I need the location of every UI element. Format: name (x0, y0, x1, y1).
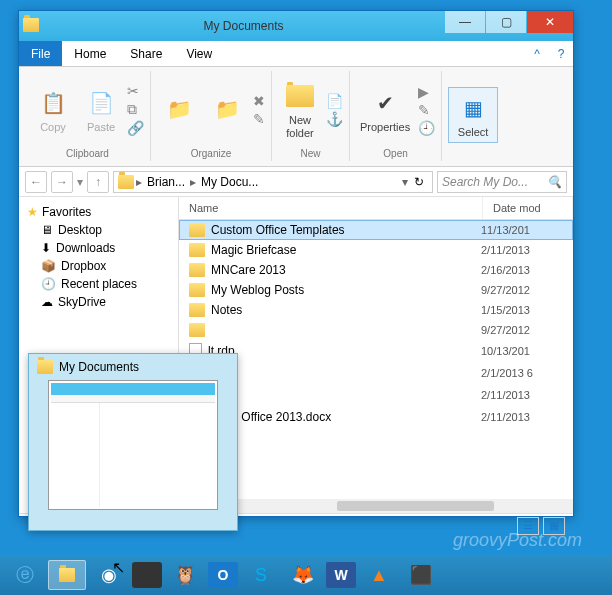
thumbnail-title: My Documents (59, 360, 139, 374)
file-name: MNCare 2013 (211, 263, 286, 277)
sidebar-item[interactable]: 🖥Desktop (19, 221, 178, 239)
cursor-icon: ↖ (112, 558, 125, 577)
group-clipboard: Clipboard (31, 148, 144, 161)
watermark: groovyPost.com (453, 530, 582, 551)
file-row[interactable]: My Weblog Posts9/27/2012 (179, 280, 573, 300)
taskbar-firefox-icon[interactable]: 🦊 (284, 560, 322, 590)
horizontal-scrollbar[interactable] (179, 499, 573, 513)
file-name: Custom Office Templates (211, 223, 345, 237)
maximize-button[interactable]: ▢ (486, 11, 526, 33)
search-icon: 🔍 (547, 175, 562, 189)
menu-home[interactable]: Home (62, 41, 118, 66)
taskbar: ⓔ ◉ 🦉 O S 🦊 W ▲ ⬛ (0, 555, 612, 595)
file-date: 11/13/201 (481, 224, 563, 236)
menubar: File Home Share View ^ ? (19, 41, 573, 67)
ribbon-collapse-button[interactable]: ^ (525, 41, 549, 66)
sidebar-item-label: Downloads (56, 241, 115, 255)
move-to-button: 📁 (157, 91, 201, 129)
group-open: Open (356, 148, 435, 161)
folder-icon (189, 303, 205, 317)
breadcrumb-dropdown-icon[interactable]: ▾ (402, 175, 408, 189)
folder-icon (189, 323, 205, 337)
breadcrumb-folder-icon (118, 175, 134, 189)
file-row[interactable]: Custom Office Templates11/13/201 (179, 220, 573, 240)
sidebar-item[interactable]: ⬇Downloads (19, 239, 178, 257)
taskbar-skype-icon[interactable]: S (242, 560, 280, 590)
column-headers: Name Date mod (179, 197, 573, 220)
open-icon[interactable]: ▶ (418, 84, 435, 100)
favorites-header[interactable]: ★ Favorites (19, 203, 178, 221)
file-date: 2/11/2013 (481, 411, 563, 423)
forward-button[interactable]: → (51, 171, 73, 193)
search-input[interactable]: Search My Do... 🔍 (437, 171, 567, 193)
breadcrumb[interactable]: ▸ Brian... ▸ My Docu... ▾ ↻ (113, 171, 433, 193)
column-date[interactable]: Date mod (483, 197, 573, 219)
history-icon[interactable]: 🕘 (418, 120, 435, 136)
select-button[interactable]: ▦ Select (448, 87, 498, 143)
refresh-button[interactable]: ↻ (410, 175, 428, 189)
breadcrumb-item[interactable]: My Docu... (198, 175, 261, 189)
file-row[interactable]: Magic Briefcase2/11/2013 (179, 240, 573, 260)
copy-path-icon[interactable]: ⧉ (127, 101, 144, 118)
sidebar-item[interactable]: 🕘Recent places (19, 275, 178, 293)
file-row[interactable]: Notes1/15/2013 (179, 300, 573, 320)
taskbar-ie-icon[interactable]: ⓔ (6, 560, 44, 590)
menu-view[interactable]: View (174, 41, 224, 66)
copy-to-button: 📁 (205, 91, 249, 129)
file-list: Name Date mod Custom Office Templates11/… (179, 197, 573, 513)
file-date: 2/16/2013 (481, 264, 563, 276)
sidebar-item[interactable]: 📦Dropbox (19, 257, 178, 275)
new-item-icon[interactable]: 📄 (326, 93, 343, 109)
thumbnail-preview (48, 380, 218, 510)
group-new: New (278, 148, 343, 161)
star-icon: ★ (27, 205, 38, 219)
taskbar-vlc-icon[interactable]: ▲ (360, 560, 398, 590)
taskbar-app-icon[interactable]: 🦉 (166, 560, 204, 590)
titlebar[interactable]: My Documents — ▢ ✕ (19, 11, 573, 41)
taskbar-thumbnail[interactable]: My Documents (28, 353, 238, 531)
sidebar-item-icon: 📦 (41, 259, 56, 273)
taskbar-app-icon[interactable] (132, 562, 162, 588)
file-row[interactable]: es for Office 2013.docx2/11/2013 (179, 406, 573, 428)
file-row[interactable]: 9/27/2012 (179, 320, 573, 340)
minimize-button[interactable]: — (445, 11, 485, 33)
properties-button[interactable]: ✔ Properties (356, 85, 414, 135)
edit-icon[interactable]: ✎ (418, 102, 435, 118)
new-folder-button[interactable]: New folder (278, 78, 322, 140)
file-date: 9/27/2012 (481, 284, 563, 296)
taskbar-outlook-icon[interactable]: O (208, 562, 238, 588)
taskbar-word-icon[interactable]: W (326, 562, 356, 588)
file-name: Notes (211, 303, 242, 317)
file-date: 2/1/2013 6 (481, 367, 563, 379)
select-icon: ▦ (457, 92, 489, 124)
taskbar-app-icon[interactable]: ⬛ (402, 560, 440, 590)
file-row[interactable]: .txt2/1/2013 6 (179, 362, 573, 384)
copy-icon: 📋 (37, 87, 69, 119)
up-button[interactable]: ↑ (87, 171, 109, 193)
recent-dropdown-icon[interactable]: ▾ (77, 175, 83, 189)
help-button[interactable]: ? (549, 41, 573, 66)
copy-button: 📋 Copy (31, 85, 75, 135)
sidebar-item-label: Desktop (58, 223, 102, 237)
taskbar-explorer-icon[interactable] (48, 560, 86, 590)
column-name[interactable]: Name (179, 197, 483, 219)
file-row[interactable]: ile.txt2/11/2013 (179, 384, 573, 406)
menu-share[interactable]: Share (118, 41, 174, 66)
delete-icon[interactable]: ✖ (253, 93, 265, 109)
easy-access-icon[interactable]: ⚓ (326, 111, 343, 127)
menu-file[interactable]: File (19, 41, 62, 66)
breadcrumb-item[interactable]: Brian... (144, 175, 188, 189)
rename-icon[interactable]: ✎ (253, 111, 265, 127)
file-row[interactable]: lt.rdp10/13/201 (179, 340, 573, 362)
sidebar-item-label: Recent places (61, 277, 137, 291)
file-row[interactable]: MNCare 20132/16/2013 (179, 260, 573, 280)
paste-shortcut-icon[interactable]: 🔗 (127, 120, 144, 136)
ribbon: 📋 Copy 📄 Paste ✂ ⧉ 🔗 Clipboard 📁 📁 (19, 67, 573, 167)
sidebar-item[interactable]: ☁SkyDrive (19, 293, 178, 311)
back-button[interactable]: ← (25, 171, 47, 193)
file-date: 10/13/201 (481, 345, 563, 357)
sidebar-item-label: Dropbox (61, 259, 106, 273)
close-button[interactable]: ✕ (527, 11, 573, 33)
cut-icon[interactable]: ✂ (127, 83, 144, 99)
sidebar-item-icon: 🖥 (41, 223, 53, 237)
